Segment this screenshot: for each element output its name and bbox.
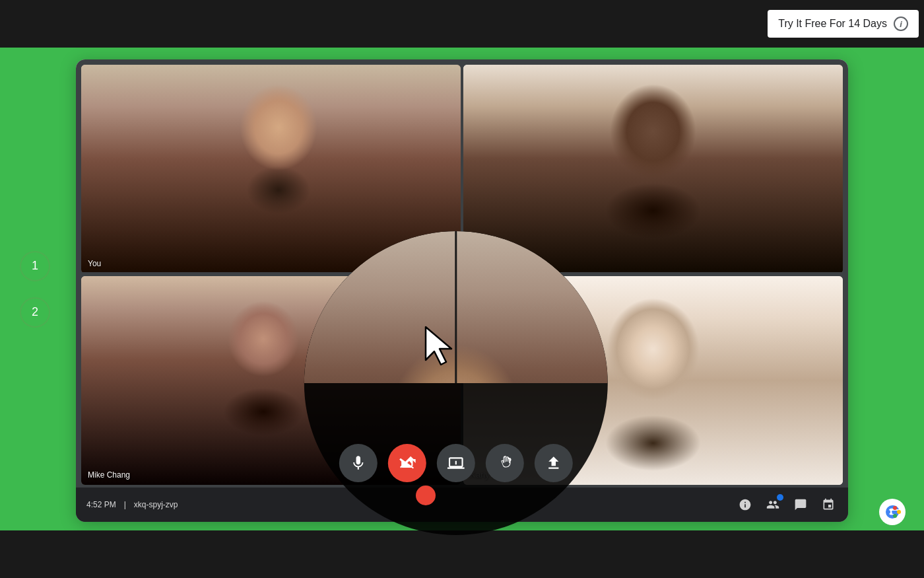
tile-label-mike: Mike Chang [88,470,130,480]
step-1[interactable]: 1 [20,251,50,281]
trial-button[interactable]: Try It Free For 14 Days i [768,10,919,38]
svg-point-5 [893,514,897,518]
info-button[interactable] [736,495,754,514]
info-icon: i [894,17,908,31]
activities-button[interactable] [819,495,838,514]
google-logo: G [879,499,906,525]
recording-dot [416,486,436,505]
raise-hand-button[interactable] [486,444,524,482]
top-bar: Try It Free For 14 Days i [0,0,924,48]
screen-share-button[interactable] [437,444,475,482]
meeting-code: xkq-spyj-zvp [134,500,178,509]
bottom-bar [0,530,924,578]
people-button[interactable] [764,495,782,514]
camera-off-button[interactable] [388,444,426,482]
magnify-circle [304,231,608,535]
svg-point-4 [897,510,901,514]
chat-button[interactable] [791,495,810,514]
svg-point-6 [886,510,890,514]
tile-label-you: You [88,259,101,268]
svg-point-3 [893,506,897,510]
meet-info: 4:52 PM | xkq-spyj-zvp [86,500,178,509]
meeting-time: 4:52 PM [86,500,116,509]
meet-icons-right [736,495,838,514]
step-indicators: 1 2 [20,251,50,328]
step-2[interactable]: 2 [20,297,50,328]
controls-row [339,444,573,482]
magnified-video [304,231,608,383]
trial-label: Try It Free For 14 Days [778,18,887,30]
present-button[interactable] [535,444,573,482]
mic-button[interactable] [339,444,378,482]
separator: | [124,500,126,509]
